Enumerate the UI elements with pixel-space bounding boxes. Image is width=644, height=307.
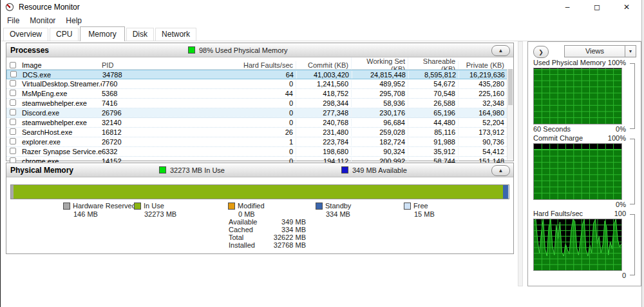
memory-legend: Hardware Reserved146 MBIn Use32273 MBMod… [6,202,513,219]
available-status: 349 MB Available [341,166,407,174]
column-hard-faults[interactable]: Hard Faults/sec [133,61,296,69]
table-row[interactable]: explorer.exe267201223,784182,72491,98890… [6,137,513,147]
table-cell: 58,936 [351,99,408,107]
row-checkbox[interactable] [10,157,16,163]
table-row[interactable]: steamwebhelper.exe321400240,76896,68444,… [6,118,513,128]
table-row[interactable]: VirtualDesktop.Streamer.exe776001,241,56… [6,79,513,89]
table-cell: 0 [133,99,296,107]
menu-help[interactable]: Help [61,15,87,26]
memory-detail-row: Total32622 MB [229,234,306,241]
in-use-status: 32273 MB In Use [159,166,225,174]
table-row[interactable]: steamwebhelper.exe74160298,34458,93626,5… [6,99,513,108]
physical-memory-collapse-button[interactable]: ▲ [491,165,510,176]
column-image[interactable]: Image [19,61,102,69]
graph1-title: Used Physical Memory [533,59,605,68]
table-cell: 435,280 [458,80,513,88]
table-row[interactable]: DCS.exe347886441,003,42024,815,4488,595,… [6,70,513,79]
table-cell: 182,724 [351,138,408,146]
tabstrip: Overview CPU Memory Disk Network [1,26,641,41]
legend-chip-icon [228,203,235,210]
column-private[interactable]: Private (KB) [458,61,513,69]
resource-monitor-icon [5,3,14,12]
row-checkbox[interactable] [10,148,16,154]
commit-charge-graph [533,143,622,200]
sort-descending-icon: ⌄ [324,59,328,65]
legend-value: 15 MB [414,210,435,218]
table-cell: 277,348 [296,109,351,117]
table-cell: 96,684 [351,119,408,126]
table-cell [6,90,19,97]
legend-item: In Use32273 MB [134,202,176,218]
table-row[interactable]: chrome.exe141520194,112200,99258,744151,… [6,157,513,163]
memory-details: Available349 MBCached334 MBTotal32622 MB… [229,219,306,250]
table-cell: 194,112 [296,157,351,163]
table-cell: 418,752 [296,90,351,97]
legend-item: Free15 MB [404,202,435,218]
minimize-button[interactable]: – [553,0,582,14]
table-cell: 54,672 [408,80,458,88]
tab-disk[interactable]: Disk [126,28,154,41]
scrollbar-thumb[interactable] [508,69,513,105]
table-row[interactable]: Discord.exe267960277,348230,17665,196164… [6,108,513,118]
table-cell: 5368 [102,90,133,97]
table-cell: VirtualDesktop.Streamer.exe [19,80,102,88]
table-cell: 14152 [102,157,133,163]
table-cell: 200,992 [351,157,408,163]
tab-network[interactable]: Network [155,28,196,41]
processes-scrollbar[interactable] [507,69,513,160]
legend-chip-icon [316,203,323,210]
table-cell: 44,480 [408,119,458,126]
views-dropdown-icon[interactable]: ▼ [625,46,636,57]
maximize-button[interactable]: ◻ [582,0,612,14]
legend-value: 0 MB [238,210,265,218]
table-row[interactable]: MsMpEng.exe536844418,752295,70870,548225… [6,89,513,99]
collapse-graphs-button[interactable]: ❯ [533,46,549,58]
table-cell: 1,241,560 [296,80,351,88]
row-checkbox[interactable] [10,80,16,86]
row-checkbox[interactable] [10,90,16,96]
table-cell: DCS.exe [20,71,102,79]
table-cell: 8,595,812 [408,71,459,79]
available-chip-icon [341,166,348,173]
column-commit[interactable]: ⌄ Commit (KB) [296,61,351,69]
row-checkbox[interactable] [10,119,16,125]
close-button[interactable]: ✕ [612,0,641,14]
table-cell: steamwebhelper.exe [19,99,102,107]
table-row[interactable]: SearchHost.exe1681226231,480259,02885,11… [6,128,513,137]
table-cell: 489,952 [351,80,408,88]
menu-file[interactable]: File [2,15,24,26]
graph3-scale-bracket [630,214,635,275]
table-cell: 240,768 [296,119,351,126]
tab-cpu[interactable]: CPU [50,28,79,41]
table-cell: 259,028 [351,128,408,136]
row-checkbox[interactable] [10,109,16,115]
legend-name: Hardware Reserved [73,202,136,210]
bar-segment [503,185,508,199]
select-all-checkbox[interactable] [10,62,16,68]
row-checkbox[interactable] [10,128,16,135]
processes-panel: Processes 98% Used Physical Memory ▲ Ima… [6,43,514,161]
graph1-scale-bracket [630,63,635,129]
table-cell: 41,003,420 [296,71,352,79]
row-checkbox[interactable] [10,138,16,144]
table-cell: 225,160 [458,90,513,97]
tab-memory[interactable]: Memory [80,26,124,41]
row-checkbox[interactable] [10,71,17,77]
memory-usage-bar [10,184,509,199]
views-button[interactable]: Views ▼ [564,45,636,57]
processes-collapse-button[interactable]: ▲ [491,45,510,56]
graph2-title: Commit Charge [533,134,583,143]
table-cell [6,99,19,107]
graph1-min-label: 0% [616,124,626,134]
tab-overview[interactable]: Overview [3,28,48,41]
table-row[interactable]: Razer Synapse Service.exe63320198,68090,… [6,147,513,157]
detail-value: 349 MB [266,219,306,226]
legend-name: Free [413,202,428,210]
menu-monitor[interactable]: Monitor [24,15,61,26]
row-checkbox[interactable] [10,99,16,106]
table-cell: 70,548 [408,90,458,97]
processes-status-label: 98% Used Physical Memory [199,46,288,54]
table-cell: 35,912 [408,148,458,155]
column-pid[interactable]: PID [102,61,133,69]
panel-splitter[interactable] [518,41,523,286]
